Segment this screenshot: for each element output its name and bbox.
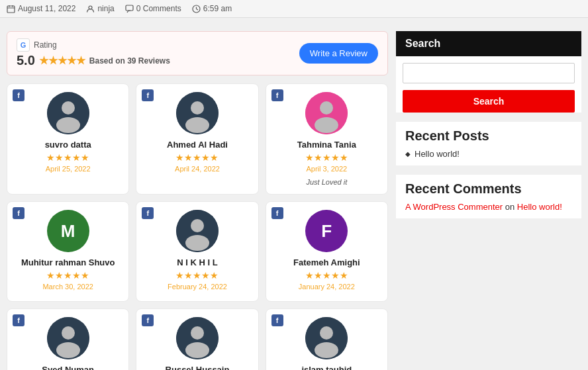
reviewer-name: Syed Numan: [42, 365, 94, 370]
avatar: [176, 92, 219, 134]
page-layout: G Rating 5.0 ★★★★★ Based on 39 Reviews W…: [0, 24, 588, 370]
review-stars: ★★★★★: [305, 152, 348, 163]
svg-point-19: [191, 219, 204, 232]
recent-posts-section: Recent Posts ◆ Hello world!: [396, 122, 581, 165]
svg-rect-0: [7, 6, 15, 13]
search-input-wrap: [396, 56, 581, 90]
svg-point-20: [185, 235, 209, 251]
clock-icon: [192, 5, 201, 13]
review-card: f Ahmed Al Hadi★★★★★April 24, 2022: [136, 83, 258, 195]
svg-point-26: [185, 342, 209, 358]
user-icon: [86, 5, 95, 13]
main-content: G Rating 5.0 ★★★★★ Based on 39 Reviews W…: [7, 31, 388, 370]
avatar: [305, 92, 348, 134]
review-date: April 3, 2022: [306, 165, 347, 173]
card-share-icon: f: [13, 89, 24, 101]
avatar: [47, 317, 89, 359]
recent-comments-section: Recent Comments A WordPress Commenter on…: [396, 175, 581, 218]
comment-post-link[interactable]: Hello world!: [517, 202, 562, 212]
comments-item: 0 Comments: [125, 4, 181, 13]
svg-point-25: [191, 326, 204, 340]
review-card: fMMuhitur rahman Shuvo★★★★★March 30, 202…: [7, 201, 129, 302]
comment-text: A WordPress Commenter on Hello world!: [405, 202, 572, 212]
svg-point-11: [56, 117, 80, 133]
review-card: f Russel Hussain★★★★★November 10, 2021: [136, 308, 258, 370]
comment-icon: [125, 5, 134, 13]
rating-count: Based on 39 Reviews: [89, 56, 170, 66]
rating-box: G Rating 5.0 ★★★★★ Based on 39 Reviews W…: [7, 31, 388, 75]
reviewer-name: N I K H I L: [177, 257, 217, 267]
reviews-grid: f suvro datta★★★★★April 25, 2022f Ahmed …: [7, 83, 388, 370]
reviewer-name: islam tauhid: [301, 365, 352, 370]
review-card: f suvro datta★★★★★April 25, 2022: [7, 83, 129, 195]
author-item: ninja: [86, 4, 114, 13]
review-date: April 24, 2022: [175, 165, 220, 173]
svg-point-23: [56, 342, 80, 358]
avatar: [305, 317, 348, 359]
card-share-icon: f: [142, 314, 154, 326]
time-item: 6:59 am: [192, 4, 232, 13]
search-input[interactable]: [403, 63, 575, 83]
rating-score: 5.0 ★★★★★ Based on 39 Reviews: [17, 53, 170, 68]
recent-comments-title: Recent Comments: [405, 181, 572, 197]
review-comment: Just Loved it: [306, 178, 347, 186]
svg-point-10: [62, 101, 75, 115]
recent-posts-title: Recent Posts: [405, 128, 572, 144]
rating-stars: ★★★★★: [39, 54, 85, 67]
review-date: February 24, 2022: [168, 283, 227, 291]
rating-brand: G Rating: [17, 38, 170, 52]
svg-point-22: [62, 326, 75, 340]
review-stars: ★★★★★: [46, 152, 89, 163]
avatar: [176, 210, 219, 252]
reviewer-name: suvro datta: [45, 140, 91, 150]
card-share-icon: f: [142, 89, 154, 101]
card-share-icon: f: [271, 314, 283, 326]
comment-author-link[interactable]: A WordPress Commenter: [405, 202, 503, 212]
review-stars: ★★★★★: [305, 270, 348, 281]
avatar: M: [47, 210, 89, 252]
calendar-icon: [7, 5, 15, 13]
card-share-icon: f: [13, 207, 24, 219]
review-card: f Tahmina Tania★★★★★April 3, 2022Just Lo…: [266, 83, 388, 195]
svg-point-17: [315, 117, 338, 133]
search-button[interactable]: Search: [403, 90, 575, 113]
review-card: f N I K H I L★★★★★February 24, 2022: [136, 201, 258, 302]
review-date: March 30, 2022: [42, 283, 93, 291]
reviewer-name: Muhitur rahman Shuvo: [21, 257, 115, 267]
avatar: [47, 92, 89, 134]
top-bar: August 11, 2022 ninja 0 Comments 6:59 am: [0, 0, 588, 18]
reviewer-name: Fatemeh Amighi: [293, 257, 360, 267]
review-date: January 24, 2022: [299, 283, 355, 291]
svg-point-16: [320, 101, 333, 115]
card-share-icon: f: [271, 207, 283, 219]
comment-on: on: [505, 202, 514, 212]
reviewer-name: Tahmina Tania: [297, 140, 356, 150]
card-share-icon: f: [13, 314, 24, 326]
review-card: f Syed Numan★★★★★November 26, 2021: [7, 308, 129, 370]
reviewer-name: Ahmed Al Hadi: [167, 140, 228, 150]
svg-point-14: [185, 117, 209, 133]
review-stars: ★★★★★: [175, 270, 219, 281]
sidebar: Search Search Recent Posts ◆ Hello world…: [396, 31, 581, 370]
svg-point-28: [320, 326, 333, 340]
review-card: fFFatemeh Amighi★★★★★January 24, 2022: [266, 201, 388, 302]
review-card: f islam tauhid★★★★★September 28, 2021: [266, 308, 388, 370]
diamond-icon: ◆: [405, 150, 411, 158]
avatar: [176, 317, 219, 359]
rating-info: G Rating 5.0 ★★★★★ Based on 39 Reviews: [17, 38, 170, 68]
reviewer-name: Russel Hussain: [166, 365, 230, 370]
date-item: August 11, 2022: [7, 4, 75, 13]
score-value: 5.0: [17, 53, 35, 68]
card-share-icon: f: [271, 89, 283, 101]
rating-label: Rating: [34, 40, 57, 50]
svg-point-29: [315, 342, 338, 358]
card-share-icon: f: [142, 207, 154, 219]
review-stars: ★★★★★: [175, 152, 219, 163]
search-widget: Search Search: [396, 31, 581, 113]
review-date: April 25, 2022: [46, 165, 91, 173]
write-review-button[interactable]: Write a Review: [299, 43, 378, 64]
avatar: F: [305, 210, 348, 252]
recent-post-link[interactable]: Hello world!: [415, 149, 460, 159]
review-stars: ★★★★★: [46, 270, 89, 281]
svg-point-13: [191, 101, 204, 115]
